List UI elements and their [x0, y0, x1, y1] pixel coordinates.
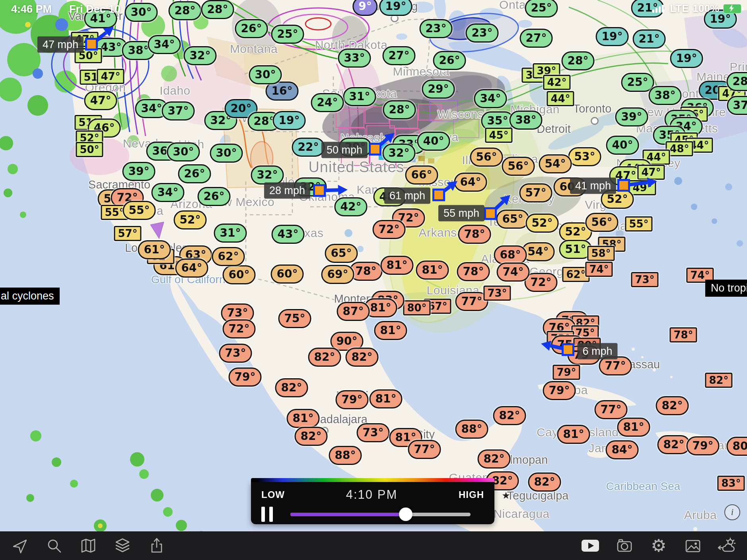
settings-gear-icon[interactable]: ⚙	[649, 536, 668, 555]
wind-speed-label: 47 mph	[37, 37, 84, 53]
no-tropical-label[interactable]: No tropic	[705, 280, 747, 297]
timeline-scrubber: LOW 4:10 PM HIGH	[251, 478, 494, 524]
weather-layers-icon[interactable]	[718, 536, 737, 555]
camera-icon[interactable]	[615, 536, 634, 555]
wind-speed-label: 28 mph	[264, 183, 310, 199]
wind-marker[interactable]	[313, 184, 326, 197]
status-bar-right: LTE 100%	[652, 2, 741, 15]
tropical-cyclones-label[interactable]: al cyclones	[0, 288, 60, 305]
wind-speed-label: 61 mph	[384, 188, 430, 204]
pause-button[interactable]	[261, 507, 273, 522]
share-icon[interactable]	[147, 536, 166, 555]
timeline-time: 4:10 PM	[346, 488, 397, 502]
clock: 4:46 PM	[11, 3, 52, 16]
timeline-slider[interactable]	[290, 513, 471, 516]
map-icon[interactable]	[79, 536, 98, 555]
wind-marker[interactable]	[484, 207, 497, 220]
wind-speed-label: 41 mph	[570, 178, 616, 194]
wind-speed-label: 50 mph	[321, 142, 368, 158]
bottom-toolbar: ⚙	[0, 531, 747, 560]
wind-marker[interactable]	[562, 343, 574, 356]
signal-bars-icon	[652, 4, 666, 14]
wind-markers-layer: 47 mph50 mph28 mph61 mph55 mph41 mph6 mp…	[0, 0, 747, 560]
timeline-progress	[290, 513, 406, 516]
date: Fri Dec 10	[69, 3, 121, 16]
battery-percent: 100%	[693, 2, 720, 15]
wind-marker[interactable]	[432, 189, 445, 201]
locate-icon[interactable]	[10, 536, 29, 555]
photos-icon[interactable]	[683, 536, 702, 555]
wind-marker[interactable]	[369, 143, 381, 156]
wind-speed-label: 6 mph	[577, 343, 617, 360]
weather-map-app: United StatesMexicoMontanaNorth DakotaSo…	[0, 0, 747, 560]
timeline-knob[interactable]	[399, 508, 412, 521]
wind-marker[interactable]	[617, 179, 630, 192]
intensity-gradient-bar	[251, 478, 494, 482]
high-label: HIGH	[459, 489, 484, 500]
battery-icon	[723, 4, 741, 14]
info-button[interactable]: i	[724, 504, 740, 520]
video-play-icon[interactable]	[581, 536, 600, 555]
toolbar-right-group: ⚙	[581, 536, 737, 555]
wind-marker[interactable]	[85, 38, 98, 51]
network-label: LTE	[670, 2, 689, 15]
toolbar-left-group	[10, 536, 166, 555]
wind-speed-label: 55 mph	[438, 205, 484, 222]
low-label: LOW	[261, 489, 285, 500]
layers-icon[interactable]	[113, 536, 132, 555]
status-bar-left: 4:46 PM Fri Dec 10	[11, 3, 121, 16]
search-icon[interactable]	[45, 536, 64, 555]
